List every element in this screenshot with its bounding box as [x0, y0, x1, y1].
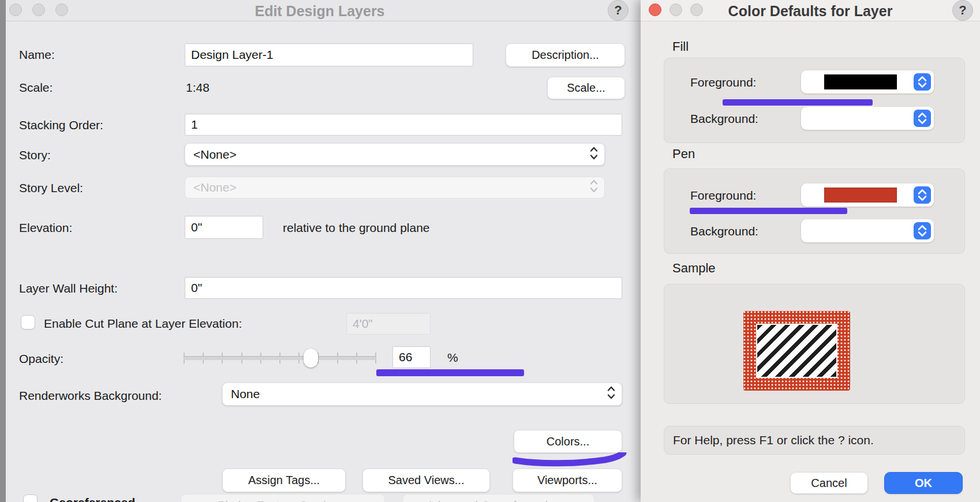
- edit-design-layers-dialog: Edit Design Layers ? Name: Design Layer-…: [0, 0, 639, 502]
- left-titlebar: Edit Design Layers: [0, 0, 639, 21]
- assign-tags-button[interactable]: Assign Tags...: [222, 469, 346, 492]
- chevron-up-down-icon: [589, 179, 599, 197]
- opacity-label: Opacity:: [19, 352, 63, 366]
- sample-panel: [664, 284, 965, 404]
- stepper-icon[interactable]: [914, 73, 931, 91]
- cut-plane-checkbox[interactable]: [21, 315, 35, 329]
- georeferenced-checkbox[interactable]: [23, 494, 38, 502]
- fill-foreground-well[interactable]: [801, 70, 934, 93]
- fill-background-label: Background:: [690, 112, 758, 126]
- scale-button[interactable]: Scale...: [547, 77, 625, 99]
- chevron-up-down-icon: [607, 385, 616, 403]
- stepper-icon[interactable]: [914, 186, 931, 204]
- saved-views-button[interactable]: Saved Views...: [362, 469, 490, 492]
- slider-track: [184, 356, 376, 360]
- colors-button[interactable]: Colors...: [514, 430, 622, 453]
- slider-thumb[interactable]: [304, 349, 318, 368]
- opacity-input[interactable]: 66: [392, 346, 431, 368]
- renderworks-select[interactable]: None: [222, 383, 622, 406]
- pen-background-well[interactable]: [801, 219, 934, 242]
- cut-plane-label: Enable Cut Plane at Layer Elevation:: [44, 317, 242, 331]
- pen-foreground-label: Foreground:: [690, 189, 756, 203]
- help-icon[interactable]: ?: [952, 0, 973, 21]
- help-strip: For Help, press F1 or click the ? icon.: [664, 426, 965, 455]
- pen-foreground-well[interactable]: [801, 183, 934, 207]
- pen-background-label: Background:: [690, 224, 758, 238]
- elevation-note: relative to the ground plane: [283, 221, 430, 235]
- right-titlebar: Color Defaults for Layer: [641, 0, 980, 21]
- stacking-order-label: Stacking Order:: [19, 118, 103, 132]
- story-level-select: <None>: [185, 177, 605, 198]
- color-defaults-dialog: Color Defaults for Layer ? Fill Foregrou…: [641, 0, 980, 502]
- fill-foreground-label: Foreground:: [690, 76, 756, 89]
- advanced-georeferencing-button: Advanced Georeferencing...: [402, 494, 594, 502]
- window-edge-strip: [0, 0, 6, 502]
- story-select-value: <None>: [193, 148, 237, 162]
- story-level-select-value: <None>: [193, 181, 237, 194]
- cut-plane-elevation-input: 4'0": [346, 313, 431, 335]
- annotation-underline-pen-foreground: [690, 208, 847, 214]
- annotation-underline-fill-foreground: [723, 99, 873, 106]
- story-level-label: Story Level:: [19, 181, 83, 195]
- pen-heading: Pen: [672, 147, 695, 162]
- bind-feature-service-button: Bind to Feature Service...: [181, 494, 385, 502]
- screen: Edit Design Layers ? Name: Design Layer-…: [0, 0, 980, 502]
- stepper-icon[interactable]: [914, 222, 931, 239]
- pen-foreground-swatch: [824, 188, 897, 203]
- elevation-input[interactable]: 0": [185, 216, 263, 239]
- annotation-swoosh-colors: [513, 452, 628, 469]
- fill-foreground-swatch: [824, 74, 897, 89]
- ok-button[interactable]: OK: [884, 472, 963, 494]
- name-label: Name:: [19, 48, 55, 62]
- description-button[interactable]: Description...: [506, 43, 625, 67]
- help-text: For Help, press F1 or click the ? icon.: [673, 433, 874, 447]
- annotation-underline-opacity: [376, 369, 524, 376]
- scale-value: 1:48: [186, 81, 210, 95]
- cancel-button[interactable]: Cancel: [790, 472, 868, 494]
- fill-background-well[interactable]: [801, 107, 934, 130]
- opacity-unit: %: [447, 351, 458, 365]
- fill-heading: Fill: [672, 39, 689, 54]
- renderworks-select-value: None: [231, 387, 260, 401]
- story-label: Story:: [19, 148, 51, 162]
- sample-preview: [743, 311, 850, 391]
- chevron-up-down-icon: [589, 145, 599, 163]
- elevation-label: Elevation:: [19, 221, 72, 235]
- scale-label: Scale:: [19, 81, 53, 95]
- story-select[interactable]: <None>: [185, 143, 605, 166]
- wall-height-input[interactable]: 0": [185, 277, 622, 299]
- opacity-slider[interactable]: [184, 347, 376, 368]
- renderworks-label: Renderworks Background:: [19, 389, 162, 403]
- right-dialog-title: Color Defaults for Layer: [641, 3, 980, 20]
- stepper-icon[interactable]: [914, 110, 931, 127]
- sample-heading: Sample: [672, 261, 716, 276]
- left-dialog-title: Edit Design Layers: [0, 3, 639, 20]
- sample-hatch-fill: [756, 324, 837, 378]
- name-input[interactable]: Design Layer-1: [185, 43, 473, 66]
- wall-height-label: Layer Wall Height:: [19, 282, 118, 295]
- help-icon[interactable]: ?: [608, 0, 629, 21]
- georeferenced-label: Georeferenced: [50, 496, 135, 502]
- viewports-button[interactable]: Viewports...: [513, 469, 622, 492]
- stacking-order-input[interactable]: 1: [185, 114, 622, 136]
